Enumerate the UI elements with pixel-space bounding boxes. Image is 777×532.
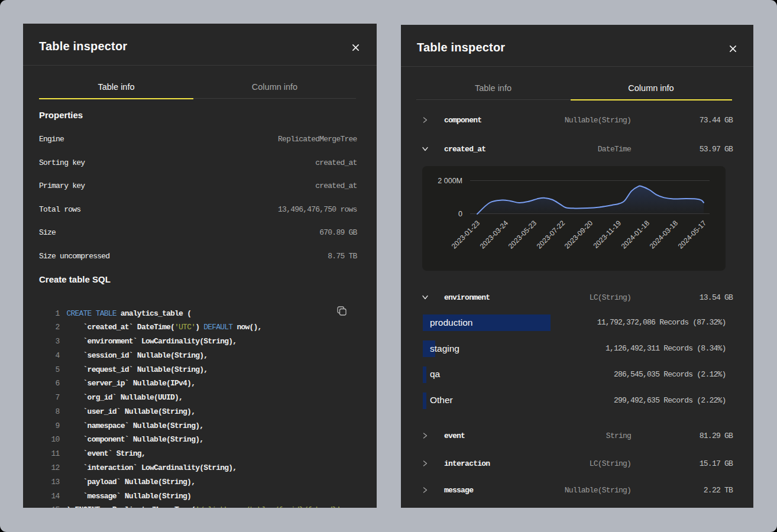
svg-text:2 000M: 2 000M <box>438 177 462 185</box>
svg-text:2023-03-24: 2023-03-24 <box>478 219 510 251</box>
svg-text:2023-07-22: 2023-07-22 <box>535 219 567 251</box>
svg-text:0: 0 <box>458 210 462 218</box>
svg-text:2024-05-17: 2024-05-17 <box>676 219 708 251</box>
svg-text:2024-03-18: 2024-03-18 <box>648 219 680 251</box>
svg-text:2023-09-20: 2023-09-20 <box>563 219 595 251</box>
svg-text:2023-01-23: 2023-01-23 <box>450 219 482 251</box>
svg-text:2023-05-23: 2023-05-23 <box>507 219 539 251</box>
svg-text:2023-11-19: 2023-11-19 <box>591 219 623 250</box>
svg-text:2024-01-18: 2024-01-18 <box>620 219 652 251</box>
